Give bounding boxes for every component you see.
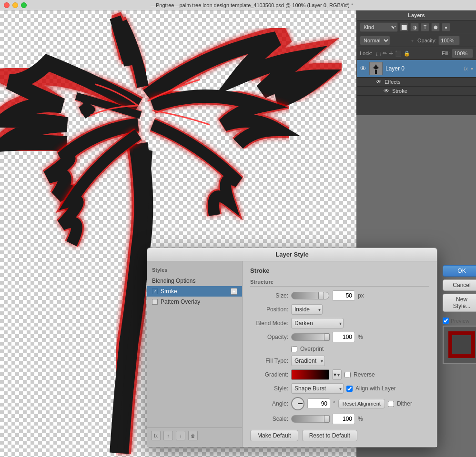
move-down-icon[interactable]: ↓ xyxy=(176,431,185,440)
stroke-row: 👁 Stroke xyxy=(357,87,476,96)
stroke-blend-mode-select[interactable]: Darken Normal Multiply xyxy=(291,318,344,328)
layer-row[interactable]: 👁 Layer 0 fx ▾ xyxy=(357,60,476,78)
delete-icon[interactable]: 🗑 xyxy=(188,431,198,440)
preview-checkbox[interactable] xyxy=(443,318,449,324)
stroke-add-button[interactable]: + xyxy=(231,288,237,295)
stroke-label: Stroke xyxy=(392,88,407,94)
lock-all-icon[interactable]: 🔒 xyxy=(404,50,410,57)
structure-title: Structure xyxy=(250,279,429,287)
gradient-preview[interactable] xyxy=(291,369,329,380)
reverse-label: Reverse xyxy=(354,371,375,378)
blend-mode-select[interactable]: Normal xyxy=(360,36,390,45)
lock-label: Lock: xyxy=(360,50,372,56)
overprint-label: Overprint xyxy=(300,346,324,352)
align-with-layer-checkbox[interactable] xyxy=(346,386,353,392)
style-row: Style: Shape Burst Linear Radial Angle R… xyxy=(250,383,429,394)
reverse-checkbox[interactable] xyxy=(344,372,351,378)
lock-position-icon[interactable]: ✛ xyxy=(389,50,393,57)
size-input[interactable] xyxy=(332,290,355,301)
style-select[interactable]: Shape Burst Linear Radial Angle Reflecte… xyxy=(291,383,344,394)
gradient-options-select[interactable]: ▾ xyxy=(332,369,342,380)
angle-input[interactable] xyxy=(307,398,330,409)
size-slider[interactable] xyxy=(291,292,329,299)
layers-opacity-row: Opacity: xyxy=(417,36,473,45)
reset-to-default-button[interactable]: Reset to Default xyxy=(302,430,357,441)
opacity-unit: % xyxy=(358,334,363,340)
side-buttons: OK Cancel New Style... Preview xyxy=(443,261,476,368)
fill-type-label: Fill Type: xyxy=(250,358,288,364)
size-label: Size: xyxy=(250,292,288,299)
angle-row: Angle: ° Reset Alignment Dither xyxy=(250,397,429,410)
fill-input[interactable] xyxy=(452,49,473,58)
fill-type-row: Fill Type: Gradient Color Pattern xyxy=(250,356,429,366)
layers-blend-row: Normal Opacity: xyxy=(357,34,476,47)
preview-label: Preview xyxy=(451,318,469,324)
layer-visibility-icon[interactable]: 👁 xyxy=(360,65,366,72)
opacity-slider[interactable] xyxy=(291,333,329,341)
pixel-filter-icon[interactable]: ⬜ xyxy=(400,23,408,31)
effects-visibility-icon[interactable]: 👁 xyxy=(376,79,382,85)
blend-mode-label: Blend Mode: xyxy=(250,320,288,327)
layers-filter-icons: ⬜ ◑ T ⬟ ● xyxy=(400,23,450,31)
opacity-label2: Opacity: xyxy=(250,334,288,340)
svg-rect-1 xyxy=(375,70,377,74)
layers-panel: Layers Kind ⬜ ◑ T ⬟ ● Normal Opacity: Lo xyxy=(356,10,476,115)
move-up-icon[interactable]: ↑ xyxy=(163,431,173,440)
default-buttons-row: Make Default Reset to Default xyxy=(250,430,429,441)
stroke-visibility-icon[interactable]: 👁 xyxy=(384,88,389,94)
cancel-button[interactable]: Cancel xyxy=(443,279,476,291)
stroke-section-title: Stroke xyxy=(250,267,429,274)
close-button[interactable] xyxy=(4,2,10,8)
title-bar: —Pngtree—palm tree icon design template_… xyxy=(0,0,476,10)
fill-label: Fill: xyxy=(442,50,450,56)
ok-button[interactable]: OK xyxy=(443,265,476,277)
dialog-left-bottom: fx ↑ ↓ 🗑 xyxy=(147,427,242,443)
blending-options-item[interactable]: Blending Options xyxy=(147,276,242,286)
dither-checkbox[interactable] xyxy=(388,401,394,407)
position-label: Position: xyxy=(250,306,288,313)
layers-panel-title: Layers xyxy=(357,10,476,20)
layer-expand-icon[interactable]: ▾ xyxy=(471,66,473,71)
lock-paint-icon[interactable]: ✏ xyxy=(383,50,387,57)
blend-mode-row: Blend Mode: Darken Normal Multiply xyxy=(250,318,429,328)
position-select[interactable]: Inside Outside Center xyxy=(291,304,323,315)
lock-artboards-icon[interactable]: ⬛ xyxy=(395,50,402,57)
adjustment-filter-icon[interactable]: ◑ xyxy=(410,23,419,31)
overprint-checkbox[interactable] xyxy=(291,346,297,352)
fill-row: Fill: xyxy=(442,49,473,58)
type-filter-icon[interactable]: T xyxy=(421,23,429,31)
shape-filter-icon[interactable]: ⬟ xyxy=(431,23,440,31)
layer-style-dialog: Layer Style Styles Blending Options ✓ St… xyxy=(147,248,437,447)
layer-thumbnail xyxy=(369,62,383,75)
blending-options-label: Blending Options xyxy=(152,278,195,284)
maximize-button[interactable] xyxy=(21,2,27,8)
layer-name: Layer 0 xyxy=(385,65,461,72)
scale-input[interactable] xyxy=(332,414,355,424)
fx-icon[interactable]: fx xyxy=(151,431,161,440)
pattern-overlay-checkbox[interactable] xyxy=(152,299,158,305)
styles-section-title: Styles xyxy=(147,265,242,275)
angle-unit: ° xyxy=(333,400,335,407)
angle-dial[interactable] xyxy=(291,397,304,410)
layers-kind-select[interactable]: Kind xyxy=(360,22,398,32)
lock-transparency-icon[interactable]: ⬚ xyxy=(376,50,381,57)
reset-alignment-button[interactable]: Reset Alignment xyxy=(338,399,385,408)
opacity-input[interactable] xyxy=(438,36,460,45)
scale-unit: % xyxy=(358,416,363,422)
smart-filter-icon[interactable]: ● xyxy=(442,23,450,31)
dialog-title-bar: Layer Style xyxy=(147,248,437,261)
pattern-overlay-item[interactable]: Pattern Overlay xyxy=(147,297,242,307)
layer-fx-label[interactable]: fx xyxy=(464,66,468,71)
stroke-checkbox[interactable]: ✓ xyxy=(152,288,158,294)
traffic-lights[interactable] xyxy=(4,2,27,8)
opacity-row: Opacity: % xyxy=(250,332,429,342)
stroke-item[interactable]: ✓ Stroke + xyxy=(147,286,242,297)
preview-section: Preview xyxy=(443,318,476,364)
minimize-button[interactable] xyxy=(12,2,18,8)
fill-type-select[interactable]: Gradient Color Pattern xyxy=(291,356,325,366)
scale-row: Scale: % xyxy=(250,414,429,424)
make-default-button[interactable]: Make Default xyxy=(250,430,298,441)
opacity-input2[interactable] xyxy=(332,332,355,342)
scale-slider[interactable] xyxy=(291,415,329,423)
new-style-button[interactable]: New Style... xyxy=(443,294,476,312)
